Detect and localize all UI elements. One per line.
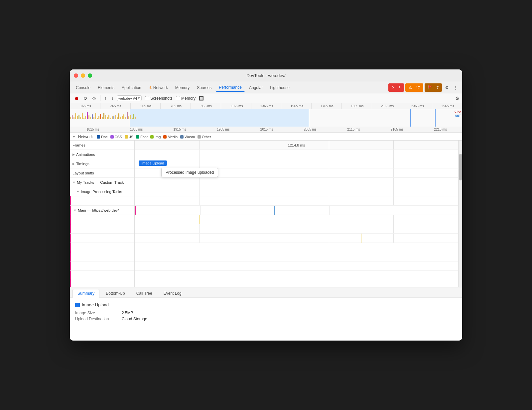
main-sub-row-8 xyxy=(70,280,134,287)
btab-summary[interactable]: Summary xyxy=(72,289,99,298)
scrollbar-thumb[interactable] xyxy=(459,154,462,180)
legend-other: Other xyxy=(198,135,211,139)
font-color xyxy=(136,135,139,139)
img-color xyxy=(150,135,154,139)
bottom-panel: Image Upload Image Size 2.5MB Upload Des… xyxy=(70,297,462,341)
frames-timeline-row: ... 1214.8 ms xyxy=(135,141,458,150)
ruler-label-2: 565 ms xyxy=(130,103,161,109)
ruler2-0: 1815 ms xyxy=(71,128,115,131)
vline-timing-1 xyxy=(200,159,200,168)
capture-icon[interactable]: 🔲 xyxy=(199,96,204,101)
ruler-label-0: 165 ms xyxy=(70,103,100,109)
tab-memory[interactable]: Memory xyxy=(172,84,193,91)
vline-3 xyxy=(329,141,329,150)
session-selector[interactable]: web.dev #4 ▾ xyxy=(117,95,142,101)
ruler2-1: 1865 ms xyxy=(115,128,158,131)
legend-font: Font xyxy=(136,135,148,139)
tracks-sidebar: Frames ▶ Animations ▶ Timings Layout shi… xyxy=(70,141,135,287)
img-label: Img xyxy=(155,135,161,139)
ruler-label-11: 2365 ms xyxy=(402,103,432,109)
tab-elements[interactable]: Elements xyxy=(94,84,118,91)
ruler2-6: 2115 ms xyxy=(332,128,375,131)
window-title: DevTools - web.dev/ xyxy=(246,73,285,78)
upload-button[interactable]: ↑ xyxy=(103,95,108,102)
main-sub-row-7 xyxy=(70,271,134,280)
main-arrow: ▼ xyxy=(73,209,76,212)
upload-dest-key: Upload Destination xyxy=(75,317,122,321)
devtools-header-icons: ✕ 5 ⚠ 17 🚩 7 ⚙ ⋮ xyxy=(388,83,460,92)
error-icon: ✕ xyxy=(390,84,396,91)
track-image-processing[interactable]: ▼ Image Processing Tasks xyxy=(70,187,134,196)
tab-lighthouse[interactable]: Lighthouse xyxy=(267,84,293,91)
reload-button[interactable]: ↺ xyxy=(82,95,89,102)
scrollbar-track xyxy=(458,141,462,287)
toolbar-checkboxes: Screenshots Memory 🔲 xyxy=(145,96,204,101)
ruler-label-8: 1765 ms xyxy=(311,103,341,109)
main-content-area: Frames ▶ Animations ▶ Timings Layout shi… xyxy=(70,141,462,287)
track-animations[interactable]: ▶ Animations xyxy=(70,150,134,159)
main-sub-timeline-7 xyxy=(135,271,458,280)
track-my-tracks[interactable]: ▼ My Tracks — Custom Track xyxy=(70,178,134,187)
clear-button[interactable]: ⊘ xyxy=(90,95,98,102)
memory-checkbox[interactable] xyxy=(176,96,180,100)
ruler2-4: 2015 ms xyxy=(245,128,289,131)
screenshots-checkbox-label[interactable]: Screenshots xyxy=(145,96,173,101)
ruler2-3: 1965 ms xyxy=(201,128,245,131)
tab-application[interactable]: Application xyxy=(118,84,145,91)
ruler-label-1: 365 ms xyxy=(100,103,130,109)
track-main[interactable]: ▼ Main — https://web.dev/ xyxy=(70,206,134,215)
sub-task-row xyxy=(135,196,458,206)
timings-timeline-row: Image Upload Processed image uploaded xyxy=(135,159,458,168)
timeline-ruler-bottom: 1815 ms 1865 ms 1915 ms 1965 ms 2015 ms … xyxy=(70,127,462,133)
btab-event-log[interactable]: Event Log xyxy=(159,289,187,297)
tab-network[interactable]: ⚠Network xyxy=(145,84,171,91)
memory-checkbox-label[interactable]: Memory xyxy=(176,96,196,101)
timeline-graph[interactable]: CPU NET xyxy=(70,109,462,127)
close-button[interactable] xyxy=(74,73,78,78)
tab-performance[interactable]: Performance xyxy=(215,84,245,92)
main-sub-timeline-6 xyxy=(135,261,458,271)
ruler2-8: 2215 ms xyxy=(419,128,462,131)
image-processing-arrow: ▼ xyxy=(76,190,79,193)
tab-sources[interactable]: Sources xyxy=(194,84,215,91)
more-icon[interactable]: ⋮ xyxy=(452,84,460,91)
vline-timing-3 xyxy=(329,159,329,168)
summary-properties: Image Size 2.5MB Upload Destination Clou… xyxy=(75,311,457,321)
maximize-button[interactable] xyxy=(88,73,92,78)
download-button[interactable]: ↓ xyxy=(110,95,115,102)
cpu-bars xyxy=(70,111,456,119)
other-color xyxy=(198,135,201,139)
tab-console[interactable]: Console xyxy=(72,84,94,91)
tab-angular[interactable]: Angular xyxy=(246,84,266,91)
doc-label: Doc xyxy=(101,135,108,139)
my-tracks-arrow: ▼ xyxy=(72,181,75,184)
legend-css: CSS xyxy=(110,135,122,139)
track-timings[interactable]: ▶ Timings xyxy=(70,159,134,168)
dropdown-icon: ▾ xyxy=(138,96,140,100)
my-tracks-header-row xyxy=(135,178,458,187)
upload-dest-val: Cloud Storage xyxy=(122,317,457,321)
ruler-label-7: 1565 ms xyxy=(281,103,311,109)
network-warn-icon: ⚠ xyxy=(149,85,152,90)
settings-icon[interactable]: ⚙ xyxy=(443,84,451,91)
selection-handle-right[interactable] xyxy=(435,109,436,127)
btab-call-tree[interactable]: Call Tree xyxy=(131,289,157,297)
track-layout-shifts[interactable]: Layout shifts xyxy=(70,168,134,178)
image-processing-header-row xyxy=(135,187,458,196)
doc-color xyxy=(97,135,100,139)
tracks-timeline[interactable]: ... 1214.8 ms Image Upload Processed ima… xyxy=(135,141,458,287)
vline-ls-3 xyxy=(329,168,329,177)
selection-handle-left[interactable] xyxy=(410,109,411,127)
record-button[interactable]: ⏺ xyxy=(72,95,80,102)
toolbar-settings-icon[interactable]: ⚙ xyxy=(455,96,460,101)
screenshots-checkbox[interactable] xyxy=(145,96,149,100)
btab-bottom-up[interactable]: Bottom-Up xyxy=(101,289,130,297)
ruler2-7: 2165 ms xyxy=(375,128,419,131)
image-upload-badge[interactable]: Image Upload xyxy=(139,160,167,166)
track-frames[interactable]: Frames xyxy=(70,141,134,150)
css-label: CSS xyxy=(115,135,122,139)
network-collapse-arrow[interactable]: ▼ xyxy=(72,135,75,139)
timeline-ruler-top: 165 ms 365 ms 565 ms 765 ms 965 ms 1165 … xyxy=(70,103,462,109)
track-image-subtask xyxy=(70,196,134,206)
minimize-button[interactable] xyxy=(81,73,85,78)
